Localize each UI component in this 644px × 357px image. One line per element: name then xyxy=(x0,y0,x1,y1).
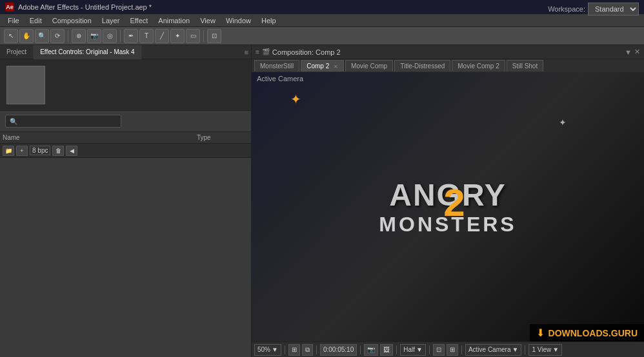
menu-view[interactable]: View xyxy=(195,14,221,27)
tool-hand[interactable]: ✋ xyxy=(19,29,34,43)
new-item-btn[interactable]: + xyxy=(16,146,28,156)
workspace-label: Workspace: xyxy=(548,5,585,13)
tool-camera[interactable]: 📷 xyxy=(87,29,101,43)
workspace-area: Workspace: Standard xyxy=(548,0,639,18)
tool-rotate[interactable]: ⟳ xyxy=(50,29,65,43)
title-number: 2 xyxy=(443,180,465,225)
tool-clone[interactable]: ✦ xyxy=(170,29,185,43)
menu-help[interactable]: Help xyxy=(256,14,281,27)
tool-pan[interactable]: ⊕ xyxy=(72,29,86,43)
viewer-controls: 50% ▼ ⊞ ⧉ 0:00:05:10 📷 🖼 Half ▼ ⊡ ⊞ Acti… xyxy=(252,342,644,357)
region-btn[interactable]: ⊡ xyxy=(433,344,445,356)
tab-moviecomp2[interactable]: Movie Comp 2 xyxy=(452,60,505,72)
tab-moviecomp[interactable]: Movie Comp xyxy=(345,60,393,72)
col-header-name: Name xyxy=(3,134,197,141)
quality-dropdown[interactable]: Half ▼ xyxy=(400,344,426,356)
tab-title-distressed[interactable]: Title-Distressed xyxy=(394,60,450,72)
settings-btn[interactable]: ◀ xyxy=(66,146,77,156)
star-decoration-icon: ✦ xyxy=(290,92,301,107)
menu-composition[interactable]: Composition xyxy=(47,14,97,27)
comp-tabs: MonsterStill Comp 2 ✕ Movie Comp Title-D… xyxy=(252,59,644,72)
search-input[interactable] xyxy=(5,115,121,128)
show-snapshot-btn[interactable]: 🖼 xyxy=(380,344,393,356)
workspace-dropdown[interactable]: Standard xyxy=(588,3,639,15)
tab-monsterstill[interactable]: MonsterStill xyxy=(254,60,299,72)
tool-brush[interactable]: ╱ xyxy=(155,29,169,43)
star-decoration2-icon: ✦ xyxy=(559,117,567,128)
right-panel: ≡ 🎬 Composition: Comp 2 ▼ ✕ MonsterStill… xyxy=(252,45,644,357)
menu-animation[interactable]: Animation xyxy=(153,14,195,27)
app-icon: Ae xyxy=(5,3,14,12)
download-icon: ⬇ xyxy=(536,327,545,339)
panel-tabs: Project Effect Controls: Original - Mask… xyxy=(0,45,251,59)
tool-shape[interactable]: ▭ xyxy=(186,29,200,43)
tool-zoom[interactable]: 🔍 xyxy=(35,29,49,43)
view-layout-dropdown[interactable]: 1 View ▼ xyxy=(528,344,562,356)
camera-dropdown[interactable]: Active Camera ▼ xyxy=(465,344,521,356)
timecode-display: 0:00:05:10 xyxy=(320,344,357,356)
tool-select[interactable]: ↖ xyxy=(4,29,18,43)
grid-btn[interactable]: ⊞ xyxy=(447,344,458,356)
menu-layer[interactable]: Layer xyxy=(97,14,125,27)
main-toolbar: ↖ ✋ 🔍 ⟳ ⊕ 📷 ◎ ✒ T ╱ ✦ ▭ ⊡ xyxy=(0,27,644,45)
new-folder-btn[interactable]: 📁 xyxy=(3,146,14,156)
tool-text[interactable]: T xyxy=(139,29,154,43)
tab-effect-controls[interactable]: Effect Controls: Original - Mask 4 xyxy=(34,45,142,59)
tool-pen[interactable]: ✒ xyxy=(124,29,138,43)
tab-stillshot[interactable]: Still Shot xyxy=(507,60,543,72)
comp-header: ≡ 🎬 Composition: Comp 2 ▼ ✕ xyxy=(252,45,644,59)
menu-effect[interactable]: Effect xyxy=(125,14,153,27)
trash-btn[interactable]: 🗑 xyxy=(52,146,64,156)
column-headers: Name Type xyxy=(0,132,251,144)
tab-project[interactable]: Project xyxy=(0,45,34,59)
panel-close-icon[interactable]: ≡ xyxy=(245,48,251,56)
menu-file[interactable]: File xyxy=(3,14,25,27)
downloads-watermark: ⬇ DOWNLOADS.GURU xyxy=(530,324,644,342)
left-panel: Project Effect Controls: Original - Mask… xyxy=(0,45,252,357)
search-bar xyxy=(0,111,251,132)
viewer-area: Active Camera ANGRY MONSTERS 2 ✦ ✦ ⬇ DOW… xyxy=(252,72,644,342)
tab-comp2[interactable]: Comp 2 ✕ xyxy=(301,60,344,72)
tool-orbit[interactable]: ◎ xyxy=(103,29,117,43)
downloads-text: DOWNLOADS.GURU xyxy=(548,328,638,338)
title-bar: Ae Adobe After Effects - Untitled Projec… xyxy=(0,0,644,14)
menu-edit[interactable]: Edit xyxy=(25,14,47,27)
window-title: Adobe After Effects - Untitled Project.a… xyxy=(18,3,152,11)
project-thumbnail-area xyxy=(0,59,251,111)
zoom-dropdown[interactable]: 50% ▼ xyxy=(254,344,281,356)
left-panel-toolbar: 📁 + 8 bpc 🗑 ◀ xyxy=(0,144,251,158)
toggle-channels-btn[interactable]: ⧉ xyxy=(302,344,313,356)
bpc-label: 8 bpc xyxy=(30,146,50,155)
project-thumbnail xyxy=(6,66,45,104)
fit-to-view-btn[interactable]: ⊞ xyxy=(288,344,300,356)
viewer-canvas: ANGRY MONSTERS 2 ✦ ✦ ⬇ DOWNLOADS.GURU xyxy=(252,72,644,342)
col-header-type: Type xyxy=(197,134,248,141)
menu-window[interactable]: Window xyxy=(221,14,256,27)
comp-title: Composition: Comp 2 xyxy=(272,48,341,56)
viewer-active-camera-label: Active Camera xyxy=(257,75,303,82)
main-layout: Project Effect Controls: Original - Mask… xyxy=(0,45,644,357)
snapshot-btn[interactable]: 📷 xyxy=(364,344,378,356)
tool-puppet[interactable]: ⊡ xyxy=(207,29,221,43)
tab-comp2-close-icon[interactable]: ✕ xyxy=(334,64,338,70)
